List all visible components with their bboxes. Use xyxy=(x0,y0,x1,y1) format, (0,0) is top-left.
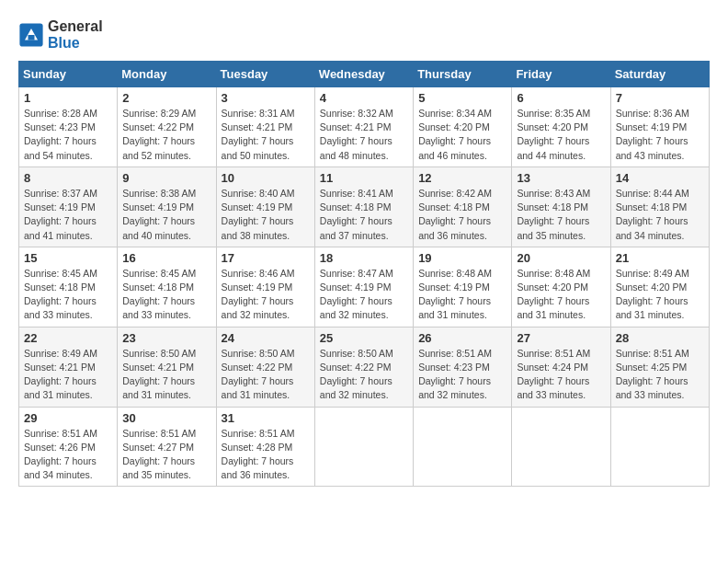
day-number: 12 xyxy=(418,171,506,185)
day-number: 20 xyxy=(517,251,605,265)
calendar-cell: 4 Sunrise: 8:32 AM Sunset: 4:21 PM Dayli… xyxy=(314,87,413,167)
calendar-cell: 6 Sunrise: 8:35 AM Sunset: 4:20 PM Dayli… xyxy=(512,87,610,167)
calendar-week-row: 15 Sunrise: 8:45 AM Sunset: 4:18 PM Dayl… xyxy=(19,247,710,327)
day-info: Sunrise: 8:50 AM Sunset: 4:22 PM Dayligh… xyxy=(222,347,310,403)
calendar-header-row: SundayMondayTuesdayWednesdayThursdayFrid… xyxy=(19,62,710,87)
calendar-cell: 1 Sunrise: 8:28 AM Sunset: 4:23 PM Dayli… xyxy=(19,87,118,167)
calendar-cell: 2 Sunrise: 8:29 AM Sunset: 4:22 PM Dayli… xyxy=(118,87,216,167)
day-number: 10 xyxy=(222,171,310,185)
day-info: Sunrise: 8:34 AM Sunset: 4:20 PM Dayligh… xyxy=(418,107,506,163)
calendar-week-row: 22 Sunrise: 8:49 AM Sunset: 4:21 PM Dayl… xyxy=(19,327,710,407)
day-info: Sunrise: 8:51 AM Sunset: 4:23 PM Dayligh… xyxy=(418,347,506,403)
day-number: 22 xyxy=(24,331,112,345)
day-info: Sunrise: 8:45 AM Sunset: 4:18 PM Dayligh… xyxy=(122,267,210,323)
calendar-header-thursday: Thursday xyxy=(414,62,512,87)
day-number: 23 xyxy=(122,331,210,345)
day-info: Sunrise: 8:47 AM Sunset: 4:19 PM Dayligh… xyxy=(320,267,408,323)
calendar-cell: 5 Sunrise: 8:34 AM Sunset: 4:20 PM Dayli… xyxy=(414,87,512,167)
day-info: Sunrise: 8:51 AM Sunset: 4:27 PM Dayligh… xyxy=(122,427,210,483)
logo-icon xyxy=(18,22,44,48)
logo: General Blue xyxy=(18,18,103,52)
day-number: 15 xyxy=(24,251,112,265)
day-number: 8 xyxy=(24,171,112,185)
calendar-week-row: 8 Sunrise: 8:37 AM Sunset: 4:19 PM Dayli… xyxy=(19,167,710,247)
day-info: Sunrise: 8:46 AM Sunset: 4:19 PM Dayligh… xyxy=(222,267,310,323)
calendar-cell: 29 Sunrise: 8:51 AM Sunset: 4:26 PM Dayl… xyxy=(19,407,118,487)
day-number: 7 xyxy=(616,91,704,105)
day-info: Sunrise: 8:41 AM Sunset: 4:18 PM Dayligh… xyxy=(320,187,408,243)
calendar-cell: 11 Sunrise: 8:41 AM Sunset: 4:18 PM Dayl… xyxy=(314,167,413,247)
day-info: Sunrise: 8:32 AM Sunset: 4:21 PM Dayligh… xyxy=(320,107,408,163)
calendar-cell: 7 Sunrise: 8:36 AM Sunset: 4:19 PM Dayli… xyxy=(610,87,709,167)
day-number: 18 xyxy=(320,251,408,265)
day-info: Sunrise: 8:40 AM Sunset: 4:19 PM Dayligh… xyxy=(222,187,310,243)
day-number: 19 xyxy=(418,251,506,265)
calendar-cell: 16 Sunrise: 8:45 AM Sunset: 4:18 PM Dayl… xyxy=(118,247,216,327)
day-number: 29 xyxy=(24,411,112,425)
day-info: Sunrise: 8:28 AM Sunset: 4:23 PM Dayligh… xyxy=(24,107,112,163)
day-info: Sunrise: 8:29 AM Sunset: 4:22 PM Dayligh… xyxy=(122,107,210,163)
calendar-cell: 28 Sunrise: 8:51 AM Sunset: 4:25 PM Dayl… xyxy=(610,327,709,407)
calendar-cell: 13 Sunrise: 8:43 AM Sunset: 4:18 PM Dayl… xyxy=(512,167,610,247)
calendar-cell: 27 Sunrise: 8:51 AM Sunset: 4:24 PM Dayl… xyxy=(512,327,610,407)
day-info: Sunrise: 8:49 AM Sunset: 4:20 PM Dayligh… xyxy=(616,267,704,323)
day-info: Sunrise: 8:49 AM Sunset: 4:21 PM Dayligh… xyxy=(24,347,112,403)
day-number: 17 xyxy=(222,251,310,265)
day-number: 13 xyxy=(517,171,605,185)
day-info: Sunrise: 8:50 AM Sunset: 4:21 PM Dayligh… xyxy=(122,347,210,403)
header: General Blue xyxy=(18,18,710,52)
day-info: Sunrise: 8:51 AM Sunset: 4:25 PM Dayligh… xyxy=(616,347,704,403)
day-number: 16 xyxy=(122,251,210,265)
day-info: Sunrise: 8:48 AM Sunset: 4:20 PM Dayligh… xyxy=(517,267,605,323)
day-info: Sunrise: 8:38 AM Sunset: 4:19 PM Dayligh… xyxy=(122,187,210,243)
calendar-cell: 10 Sunrise: 8:40 AM Sunset: 4:19 PM Dayl… xyxy=(216,167,314,247)
calendar-cell: 31 Sunrise: 8:51 AM Sunset: 4:28 PM Dayl… xyxy=(216,407,314,487)
day-number: 26 xyxy=(418,331,506,345)
calendar-header-monday: Monday xyxy=(118,62,216,87)
calendar-cell: 19 Sunrise: 8:48 AM Sunset: 4:19 PM Dayl… xyxy=(414,247,512,327)
day-number: 2 xyxy=(122,91,210,105)
calendar-week-row: 29 Sunrise: 8:51 AM Sunset: 4:26 PM Dayl… xyxy=(19,407,710,487)
calendar-cell: 21 Sunrise: 8:49 AM Sunset: 4:20 PM Dayl… xyxy=(610,247,709,327)
day-info: Sunrise: 8:37 AM Sunset: 4:19 PM Dayligh… xyxy=(24,187,112,243)
calendar-cell: 8 Sunrise: 8:37 AM Sunset: 4:19 PM Dayli… xyxy=(19,167,118,247)
calendar-header-wednesday: Wednesday xyxy=(314,62,413,87)
calendar-cell xyxy=(610,407,709,487)
calendar-cell: 22 Sunrise: 8:49 AM Sunset: 4:21 PM Dayl… xyxy=(19,327,118,407)
calendar-table: SundayMondayTuesdayWednesdayThursdayFrid… xyxy=(18,61,710,487)
day-info: Sunrise: 8:35 AM Sunset: 4:20 PM Dayligh… xyxy=(517,107,605,163)
day-number: 3 xyxy=(222,91,310,105)
day-info: Sunrise: 8:42 AM Sunset: 4:18 PM Dayligh… xyxy=(418,187,506,243)
day-info: Sunrise: 8:51 AM Sunset: 4:28 PM Dayligh… xyxy=(222,427,310,483)
day-number: 6 xyxy=(517,91,605,105)
day-number: 1 xyxy=(24,91,112,105)
day-info: Sunrise: 8:48 AM Sunset: 4:19 PM Dayligh… xyxy=(418,267,506,323)
calendar-cell: 23 Sunrise: 8:50 AM Sunset: 4:21 PM Dayl… xyxy=(118,327,216,407)
calendar-cell: 24 Sunrise: 8:50 AM Sunset: 4:22 PM Dayl… xyxy=(216,327,314,407)
calendar-cell: 14 Sunrise: 8:44 AM Sunset: 4:18 PM Dayl… xyxy=(610,167,709,247)
calendar-cell xyxy=(512,407,610,487)
calendar-cell: 30 Sunrise: 8:51 AM Sunset: 4:27 PM Dayl… xyxy=(118,407,216,487)
day-number: 24 xyxy=(222,331,310,345)
calendar-week-row: 1 Sunrise: 8:28 AM Sunset: 4:23 PM Dayli… xyxy=(19,87,710,167)
day-number: 9 xyxy=(122,171,210,185)
day-number: 14 xyxy=(616,171,704,185)
day-info: Sunrise: 8:51 AM Sunset: 4:24 PM Dayligh… xyxy=(517,347,605,403)
day-number: 11 xyxy=(320,171,408,185)
calendar-cell: 3 Sunrise: 8:31 AM Sunset: 4:21 PM Dayli… xyxy=(216,87,314,167)
day-number: 21 xyxy=(616,251,704,265)
calendar-cell: 20 Sunrise: 8:48 AM Sunset: 4:20 PM Dayl… xyxy=(512,247,610,327)
logo-text: General Blue xyxy=(48,18,103,52)
calendar-header-tuesday: Tuesday xyxy=(216,62,314,87)
calendar-cell: 18 Sunrise: 8:47 AM Sunset: 4:19 PM Dayl… xyxy=(314,247,413,327)
calendar-cell: 25 Sunrise: 8:50 AM Sunset: 4:22 PM Dayl… xyxy=(314,327,413,407)
day-info: Sunrise: 8:45 AM Sunset: 4:18 PM Dayligh… xyxy=(24,267,112,323)
day-number: 5 xyxy=(418,91,506,105)
calendar-header-saturday: Saturday xyxy=(610,62,709,87)
day-number: 30 xyxy=(122,411,210,425)
day-number: 4 xyxy=(320,91,408,105)
calendar-header-friday: Friday xyxy=(512,62,610,87)
day-info: Sunrise: 8:36 AM Sunset: 4:19 PM Dayligh… xyxy=(616,107,704,163)
day-info: Sunrise: 8:43 AM Sunset: 4:18 PM Dayligh… xyxy=(517,187,605,243)
calendar-cell: 15 Sunrise: 8:45 AM Sunset: 4:18 PM Dayl… xyxy=(19,247,118,327)
